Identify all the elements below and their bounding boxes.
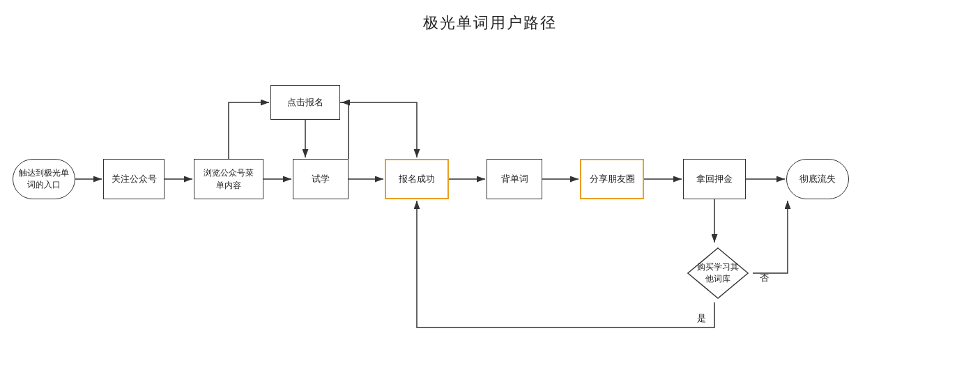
label-no: 否 — [760, 272, 769, 284]
node-lost: 彻底流失 — [786, 159, 849, 199]
node-register-top: 点击报名 — [270, 85, 340, 120]
node-buy-more: 购买学习其他词库 — [683, 244, 753, 302]
node-browse: 浏览公众号菜单内容 — [194, 159, 263, 199]
node-follow: 关注公众号 — [103, 159, 164, 199]
node-refund: 拿回押金 — [683, 159, 746, 199]
diagram-container: 极光单词用户路径 触达到极光单词的入口 关注公众号 浏览公众号菜单内容 点击报名… — [0, 0, 980, 370]
node-study: 背单词 — [487, 159, 542, 199]
node-share: 分享朋友圈 — [580, 159, 644, 199]
label-yes: 是 — [697, 312, 706, 325]
page-title: 极光单词用户路径 — [0, 0, 980, 33]
node-register-success: 报名成功 — [385, 159, 449, 199]
node-trial: 试学 — [293, 159, 349, 199]
node-entry: 触达到极光单词的入口 — [13, 159, 75, 199]
